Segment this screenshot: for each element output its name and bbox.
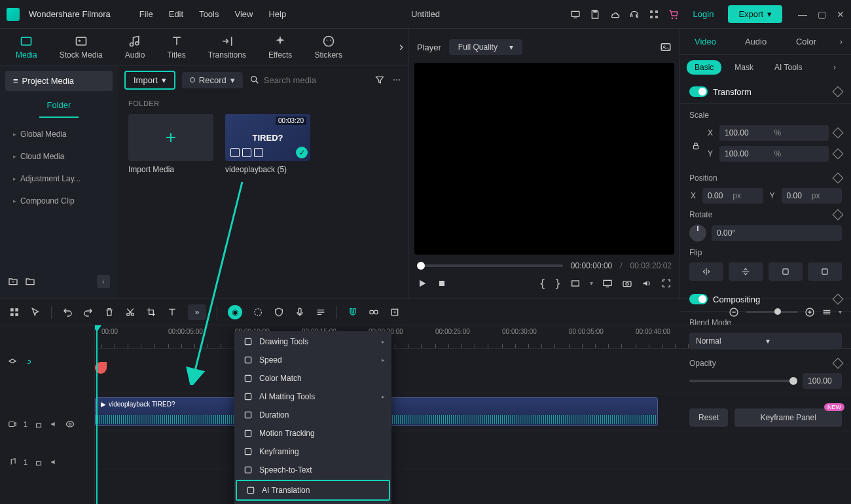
context-menu-item[interactable]: Drawing Tools: [234, 333, 391, 351]
tab-audio[interactable]: Audio: [116, 31, 154, 63]
tabs-more-icon[interactable]: ›: [399, 40, 403, 54]
import-media-button[interactable]: + Import Media: [128, 114, 213, 174]
new-folder-icon[interactable]: [8, 276, 18, 287]
cloud-icon[interactable]: [609, 9, 620, 20]
menu-tools[interactable]: Tools: [199, 9, 219, 19]
cursor-icon[interactable]: [30, 307, 41, 317]
close-button[interactable]: ✕: [837, 9, 844, 20]
compositing-toggle[interactable]: [689, 294, 708, 304]
delete-icon[interactable]: [104, 307, 115, 317]
rotate-input[interactable]: 0.00°: [712, 225, 842, 241]
tab-stickers[interactable]: Stickers: [305, 31, 352, 63]
redo-icon[interactable]: [83, 307, 94, 317]
player-viewport[interactable]: [414, 63, 674, 255]
tracks-area[interactable]: 00:0000:00:05:0000:00:10:0000:00:15:0000…: [95, 325, 851, 504]
undo-icon[interactable]: [62, 307, 73, 317]
login-button[interactable]: Login: [688, 6, 719, 22]
flip-opt3-button[interactable]: [769, 262, 803, 281]
sidebar-item-cloud-media[interactable]: Cloud Media: [5, 145, 113, 168]
search-input[interactable]: [264, 75, 355, 85]
menu-view[interactable]: View: [234, 9, 253, 19]
context-menu-item[interactable]: Speech-to-Text: [234, 461, 391, 479]
chevron-down-icon[interactable]: ▾: [590, 279, 593, 287]
inspector-tab-audio[interactable]: Audio: [731, 29, 781, 54]
mic-icon[interactable]: [295, 307, 305, 317]
maximize-button[interactable]: ▢: [818, 9, 826, 20]
flip-horizontal-button[interactable]: [689, 262, 723, 281]
stop-button[interactable]: [437, 278, 447, 289]
ai-icon[interactable]: ◉: [228, 305, 242, 319]
flip-vertical-button[interactable]: [729, 262, 763, 281]
chevron-down-icon[interactable]: ▾: [839, 308, 842, 315]
transform-toggle[interactable]: [689, 86, 708, 97]
subtab-basic[interactable]: Basic: [687, 60, 721, 75]
grid-icon[interactable]: [9, 307, 20, 317]
keyframe-icon[interactable]: [833, 173, 844, 184]
menu-help[interactable]: Help: [268, 9, 286, 19]
minimize-button[interactable]: —: [798, 9, 807, 20]
mark-in-button[interactable]: {: [539, 277, 546, 289]
mute-track-icon[interactable]: [50, 458, 59, 467]
crop-icon[interactable]: [146, 307, 156, 317]
sidebar-item-compound-clip[interactable]: Compound Clip: [5, 190, 113, 212]
marker-icon[interactable]: [389, 307, 400, 317]
inspector-tabs-more-icon[interactable]: ›: [831, 37, 851, 46]
filter-icon[interactable]: [374, 75, 385, 85]
save-icon[interactable]: [590, 9, 600, 20]
link-track-icon[interactable]: [24, 358, 33, 367]
scale-y-input[interactable]: 100.00%: [719, 146, 829, 162]
mark-out-button[interactable]: }: [554, 277, 561, 289]
eye-icon[interactable]: [65, 420, 75, 429]
fullscreen-icon[interactable]: [661, 278, 672, 289]
tab-media[interactable]: Media: [7, 31, 46, 63]
subtabs-more-icon[interactable]: ›: [825, 63, 844, 72]
search-icon[interactable]: [249, 75, 260, 85]
lock-track-icon[interactable]: [34, 420, 43, 429]
list-icon[interactable]: [316, 307, 326, 317]
collapse-sidebar-button[interactable]: ‹: [97, 275, 110, 288]
snapshot-icon[interactable]: [660, 41, 672, 53]
seek-bar[interactable]: [417, 264, 563, 267]
sidebar-item-global-media[interactable]: Global Media: [5, 123, 113, 145]
quality-dropdown[interactable]: Full Quality▾: [449, 39, 522, 55]
keyframe-icon[interactable]: [833, 86, 844, 98]
context-menu-item[interactable]: Keyframing: [234, 442, 391, 461]
keyframe-icon[interactable]: [833, 128, 844, 139]
tab-transitions[interactable]: Transitions: [199, 31, 255, 63]
sidebar-folder-tab[interactable]: Folder: [39, 94, 79, 118]
tab-titles[interactable]: Titles: [158, 31, 194, 63]
display-icon[interactable]: [602, 278, 613, 289]
timeline-view-icon[interactable]: [822, 307, 832, 317]
ratio-icon[interactable]: [570, 278, 581, 289]
pos-x-input[interactable]: 0.00px: [702, 188, 763, 204]
tab-effects[interactable]: Effects: [259, 31, 301, 63]
context-menu-item[interactable]: Color Match: [234, 369, 391, 387]
folder-icon[interactable]: [25, 276, 35, 287]
scale-x-input[interactable]: 100.00%: [719, 125, 829, 141]
pos-y-input[interactable]: 0.00px: [782, 188, 842, 204]
tab-stock-media[interactable]: Stock Media: [50, 31, 112, 63]
lock-icon[interactable]: [691, 141, 700, 151]
headphones-icon[interactable]: [629, 9, 640, 20]
zoom-out-icon[interactable]: [729, 307, 739, 317]
zoom-slider[interactable]: [746, 311, 798, 313]
camera-icon[interactable]: [622, 278, 632, 289]
color-icon[interactable]: [253, 307, 263, 317]
text-icon[interactable]: [167, 307, 177, 317]
keyframe-icon[interactable]: [833, 149, 844, 160]
menu-edit[interactable]: Edit: [169, 9, 183, 19]
record-button[interactable]: Record▾: [182, 72, 243, 88]
zoom-in-icon[interactable]: [805, 307, 815, 317]
expand-tools-button[interactable]: »: [188, 304, 206, 320]
sidebar-project-media[interactable]: ≡Project Media: [5, 71, 113, 91]
layers-icon[interactable]: [8, 358, 17, 367]
lock-track-icon[interactable]: [34, 458, 43, 467]
audio-track-header[interactable]: 1: [0, 443, 94, 481]
context-menu-item[interactable]: Motion Tracking: [234, 424, 391, 442]
subtab-mask[interactable]: Mask: [727, 60, 761, 75]
apps-icon[interactable]: [649, 9, 659, 20]
magnet-icon[interactable]: [348, 307, 358, 317]
subtab-ai-tools[interactable]: AI Tools: [767, 60, 810, 75]
play-button[interactable]: [417, 278, 427, 289]
context-menu-item[interactable]: AI Matting Tools: [234, 387, 391, 406]
